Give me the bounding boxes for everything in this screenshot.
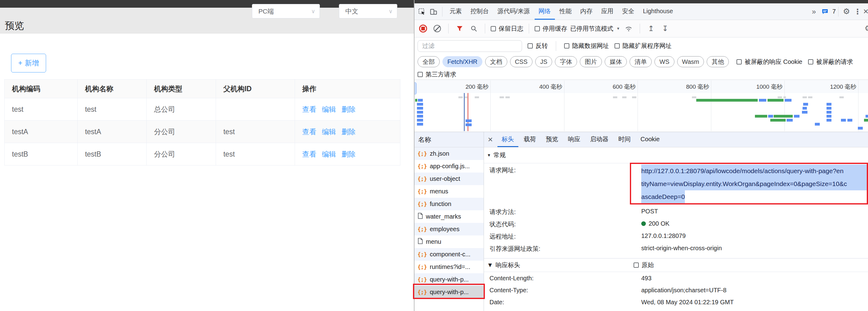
tab-headers[interactable]: 标头 (497, 132, 518, 147)
waterfall-bar (417, 115, 423, 117)
chip-fetch-xhr[interactable]: Fetch/XHR (442, 56, 483, 67)
request-row-selected[interactable]: {;}query-with-p... (414, 286, 484, 299)
clear-network-log-icon[interactable] (432, 23, 443, 34)
edit-link[interactable]: 编辑 (322, 105, 336, 114)
settings-gear-icon[interactable]: ⚙ (841, 6, 852, 17)
tab-elements[interactable]: 元素 (445, 3, 466, 20)
edit-link[interactable]: 编辑 (322, 149, 336, 159)
chip-all[interactable]: 全部 (417, 56, 440, 67)
request-row[interactable]: water_marks (414, 210, 484, 223)
device-toolbar-icon[interactable] (428, 6, 439, 17)
chip-font[interactable]: 字体 (555, 56, 577, 67)
gridline (564, 80, 564, 131)
edit-link[interactable]: 编辑 (322, 127, 336, 137)
disable-cache-checkbox[interactable]: 停用缓存 (535, 25, 567, 33)
tab-preview[interactable]: 预览 (542, 132, 563, 147)
request-row[interactable]: menu (414, 236, 484, 248)
filter-input[interactable] (417, 40, 522, 52)
tab-sources[interactable]: 源代码/来源 (493, 3, 534, 20)
chip-img[interactable]: 图片 (580, 56, 602, 67)
search-icon[interactable] (468, 23, 479, 34)
tab-application[interactable]: 应用 (597, 3, 618, 20)
waterfall-bar (866, 115, 868, 117)
waterfall-bar (500, 96, 504, 98)
timeline-label: 200 毫秒 (442, 83, 489, 91)
hide-extension-urls-checkbox[interactable]: 隐藏扩展程序网址 (615, 42, 672, 50)
tab-cookies[interactable]: Cookie (636, 132, 664, 147)
blocked-response-cookies-checkbox[interactable]: 被屏蔽的响应 Cookie (737, 58, 802, 66)
chip-js[interactable]: JS (535, 56, 552, 67)
invert-checkbox[interactable]: 反转 (528, 42, 548, 50)
view-link[interactable]: 查看 (302, 127, 316, 137)
cell-org-code: testA (5, 120, 78, 143)
delete-link[interactable]: 删除 (342, 149, 356, 159)
chip-other[interactable]: 其他 (707, 56, 729, 67)
delete-link[interactable]: 删除 (342, 105, 356, 114)
tab-timing[interactable]: 时间 (614, 132, 635, 147)
overview-left-handle[interactable] (414, 82, 416, 95)
url-line: tityName=viewDisplay.entity.WorkOrgan&pa… (641, 177, 868, 191)
more-tabs-icon[interactable]: » (808, 6, 819, 17)
preview-app-pane: 预览 PC端 ∨ 中文 ∨ + 新增 机构编码 机构名称 机构类型 父机构ID … (0, 0, 414, 311)
request-row[interactable]: {;}user-object (414, 173, 484, 185)
network-conditions-icon[interactable] (623, 23, 634, 34)
chip-wasm[interactable]: Wasm (677, 56, 704, 67)
general-section-header[interactable]: ▼ 常规 (484, 147, 868, 163)
tab-memory[interactable]: 内存 (577, 3, 597, 20)
delete-link[interactable]: 删除 (342, 127, 356, 137)
add-button[interactable]: + 新增 (11, 54, 46, 72)
request-row[interactable]: {;}zh.json (414, 147, 484, 160)
filter-funnel-icon[interactable] (454, 23, 465, 34)
json-icon: {;} (417, 151, 427, 157)
chip-ws[interactable]: WS (654, 56, 674, 67)
waterfall-overview[interactable]: 200 毫秒 400 毫秒 600 毫秒 800 毫秒 1000 毫秒 1200… (414, 80, 868, 132)
device-select[interactable]: PC端 ∨ (252, 4, 320, 19)
tab-security[interactable]: 安全 (618, 3, 639, 20)
request-row[interactable]: {;}function (414, 198, 484, 210)
tab-payload[interactable]: 载荷 (520, 132, 540, 147)
invert-label: 反转 (535, 42, 548, 50)
preserve-log-checkbox[interactable]: 保留日志 (491, 25, 523, 33)
request-row[interactable]: {;}query-with-p... (414, 273, 484, 286)
chip-doc[interactable]: 文档 (485, 56, 507, 67)
language-select[interactable]: 中文 ∨ (339, 4, 397, 19)
hide-data-urls-checkbox[interactable]: 隐藏数据网址 (564, 42, 609, 50)
raw-checkbox[interactable]: 原始 (633, 261, 654, 269)
export-har-icon[interactable]: ↧ (660, 23, 671, 34)
tab-response[interactable]: 响应 (564, 132, 585, 147)
third-party-checkbox[interactable]: 第三方请求 (417, 70, 456, 79)
chip-css[interactable]: CSS (510, 56, 532, 67)
network-settings-gear-icon[interactable]: ⚙ (865, 24, 868, 33)
issues-icon[interactable] (819, 6, 831, 17)
request-row[interactable]: {;}app-config.js... (414, 160, 484, 173)
tab-network[interactable]: 网络 (535, 3, 555, 20)
request-row[interactable]: {;}menus (414, 185, 484, 198)
table-row: testB testB 分公司 test 查看 编辑 删除 (5, 143, 400, 166)
chip-manifest[interactable]: 清单 (629, 56, 652, 67)
date-label: Date: (490, 296, 641, 306)
close-icon[interactable]: ✕ (863, 6, 868, 17)
import-har-icon[interactable]: ↥ (646, 23, 657, 34)
status-code-label: 状态代码: (490, 217, 641, 229)
cell-actions: 查看 编辑 删除 (295, 120, 400, 143)
kebab-menu-icon[interactable]: ⋮ (852, 6, 863, 17)
divider (448, 24, 448, 33)
request-row[interactable]: {;}runtimes?id=... (414, 261, 484, 273)
request-row[interactable]: {;}employees (414, 223, 484, 236)
tab-console[interactable]: 控制台 (466, 3, 493, 20)
throttling-dropdown[interactable]: 已停用节流模式 ▼ (570, 25, 620, 33)
view-link[interactable]: 查看 (302, 149, 316, 159)
record-network-log-icon[interactable] (417, 23, 429, 34)
request-row[interactable]: {;}component-c... (414, 248, 484, 261)
request-list-header[interactable]: 名称 (414, 132, 484, 147)
view-link[interactable]: 查看 (302, 105, 316, 114)
blocked-requests-checkbox[interactable]: 被屏蔽的请求 (808, 58, 853, 66)
inspect-element-icon[interactable] (416, 6, 427, 17)
tab-lighthouse[interactable]: Lighthouse (639, 3, 677, 20)
tab-performance[interactable]: 性能 (556, 3, 576, 20)
close-details-icon[interactable]: ✕ (488, 136, 493, 143)
chip-media[interactable]: 媒体 (605, 56, 627, 67)
tab-initiator[interactable]: 启动器 (586, 132, 613, 147)
cell-actions: 查看 编辑 删除 (295, 98, 400, 120)
response-headers-section-header[interactable]: ▼ 响应标头 原始 (484, 258, 868, 272)
